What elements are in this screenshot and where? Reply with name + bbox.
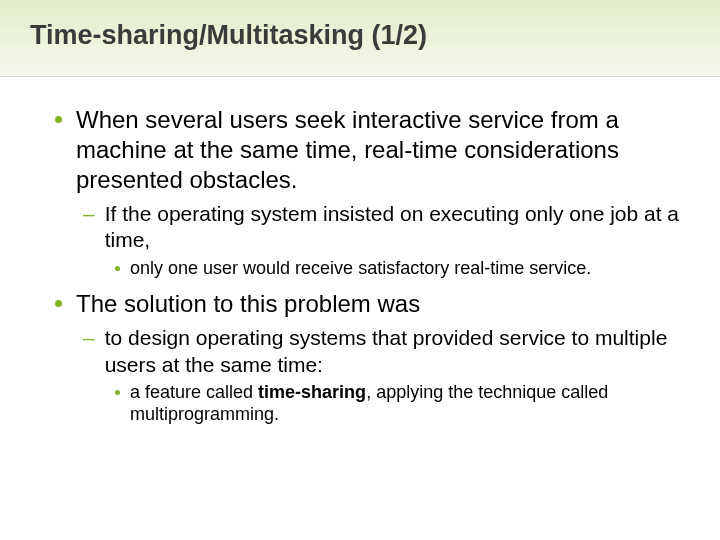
bullet-level3: a feature called time-sharing, applying … <box>115 382 690 426</box>
bullet-dash-icon: – <box>83 325 95 378</box>
bullet-dot-icon <box>115 266 120 271</box>
bullet-level1: The solution to this problem was <box>55 289 690 319</box>
bullet-text: to design operating systems that provide… <box>105 325 690 378</box>
text-run: a feature called <box>130 382 258 402</box>
bullet-text: a feature called time-sharing, applying … <box>130 382 690 426</box>
bullet-text: only one user would receive satisfactory… <box>130 258 591 280</box>
bullet-text: The solution to this problem was <box>76 289 420 319</box>
bullet-dot-icon <box>55 300 62 307</box>
bullet-level2: – to design operating systems that provi… <box>83 325 690 378</box>
bullet-level2: – If the operating system insisted on ex… <box>83 201 690 254</box>
bullet-dot-icon <box>115 390 120 395</box>
slide-title: Time-sharing/Multitasking (1/2) <box>30 20 720 51</box>
bullet-text: If the operating system insisted on exec… <box>105 201 690 254</box>
bullet-dash-icon: – <box>83 201 95 254</box>
header-band: Time-sharing/Multitasking (1/2) <box>0 0 720 76</box>
text-bold: time-sharing <box>258 382 366 402</box>
bullet-text: When several users seek interactive serv… <box>76 105 690 195</box>
slide-content: When several users seek interactive serv… <box>0 77 720 426</box>
slide: Time-sharing/Multitasking (1/2) When sev… <box>0 0 720 540</box>
bullet-level1: When several users seek interactive serv… <box>55 105 690 195</box>
bullet-level3: only one user would receive satisfactory… <box>115 258 690 280</box>
bullet-dot-icon <box>55 116 62 123</box>
